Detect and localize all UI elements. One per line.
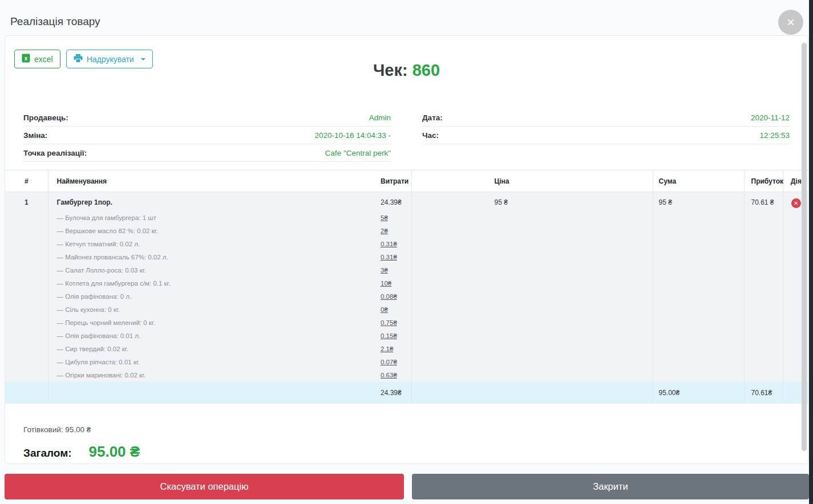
- ingredient-cost-cell: 0.75₴: [378, 316, 411, 330]
- modal-title: Реалізація товару: [10, 15, 100, 28]
- table-totals-row: 24.39₴ 95.00₴ 70.61₴: [5, 382, 808, 404]
- scrollbar-thumb[interactable]: [802, 43, 807, 451]
- ingredient-cost-cell: 0.08₴: [378, 290, 411, 303]
- ingredient-name: — Огірки мариновані: 0.02 кг.: [48, 369, 378, 382]
- totals-profit: 70.61₴: [744, 382, 783, 404]
- table-header-row: # Найменування Витрати Ціна Сума Прибуто…: [5, 170, 808, 192]
- close-icon: ×: [787, 14, 795, 30]
- info-label: Точка реалізації:: [23, 149, 87, 157]
- header-band: x excel Надрукувати Чек: 860: [5, 36, 808, 82]
- ingredient-name: — Вершкове масло 82 %: 0.02 кг.: [48, 225, 378, 238]
- excel-button-label: excel: [34, 55, 53, 64]
- ingredient-cost-cell: 0.15₴: [378, 330, 411, 343]
- ingredient-cost-cell: 3₴: [378, 264, 411, 277]
- page-background-edge: [809, 0, 813, 504]
- info-label: Продавець:: [23, 113, 68, 122]
- info-table-left: Продавець: Admin Зміна: 2020-10-16 14:04…: [23, 109, 391, 162]
- ingredient-cost-link[interactable]: 10₴: [381, 280, 391, 287]
- item-number: 1: [5, 192, 48, 382]
- check-label: Чек:: [373, 61, 408, 79]
- ingredient-cost-cell: 0₴: [378, 303, 411, 316]
- grand-total: Загалом: 95.00 ₴: [23, 443, 808, 461]
- ingredient-cost-cell: 10₴: [378, 277, 411, 290]
- ingredient-name: — Котлета для гамбургера с/м: 0.1 кг.: [48, 277, 378, 290]
- payment-method-line: Готівковий: 95.00 ₴: [23, 425, 808, 434]
- info-label: Зміна:: [23, 131, 47, 140]
- ingredient-name: — Олія рафінована: 0 л.: [48, 290, 378, 303]
- info-row: Час: 12:25:53: [422, 127, 790, 144]
- printer-icon: [74, 54, 83, 64]
- ingredient-cost-cell: 2₴: [378, 225, 411, 238]
- chevron-down-icon: [141, 58, 145, 60]
- ingredient-cost-cell: 0.31₴: [378, 251, 411, 264]
- column-header-profit: Прибуток: [744, 170, 783, 192]
- item-sum: 95 ₴: [653, 192, 744, 382]
- ingredient-cost-link[interactable]: 0.08₴: [381, 293, 397, 300]
- ingredient-cost-cell: 5₴: [378, 212, 411, 225]
- print-button-label: Надрукувати: [87, 55, 134, 64]
- totals-cost: 24.39₴: [378, 382, 411, 404]
- ingredient-name: — Сир твердий: 0.02 кг.: [48, 343, 378, 356]
- ingredient-name: — Булочка для гамбургера: 1 шт: [48, 212, 378, 225]
- check-number: 860: [412, 61, 440, 79]
- toolbar: x excel Надрукувати: [14, 50, 153, 68]
- ingredient-name: — Перець чорний мелений: 0 кг.: [48, 316, 378, 330]
- receipt-info: Продавець: Admin Зміна: 2020-10-16 14:04…: [23, 109, 790, 162]
- ingredient-name: — Кетчуп томатний: 0.02 л.: [48, 238, 378, 251]
- ingredient-cost-link[interactable]: 2.1₴: [381, 346, 393, 352]
- ingredient-cost-link[interactable]: 0.63₴: [381, 372, 397, 379]
- receipt-panel: x excel Надрукувати Чек: 860: [5, 35, 808, 464]
- ingredient-name: — Цибуля ріпчаста: 0.01 кг.: [48, 356, 378, 369]
- sale-items-table: # Найменування Витрати Ціна Сума Прибуто…: [5, 170, 808, 404]
- ingredient-cost-cell: 0.31₴: [378, 238, 411, 251]
- item-price: 95 ₴: [411, 192, 653, 382]
- ingredient-name: — Олія рафінована: 0.01 л.: [48, 330, 378, 343]
- print-button[interactable]: Надрукувати: [66, 50, 153, 68]
- totals-sum: 95.00₴: [653, 382, 744, 404]
- info-row: Зміна: 2020-10-16 14:04:33 -: [23, 127, 391, 144]
- modal-close-button[interactable]: ×: [778, 10, 803, 35]
- ingredient-cost-link[interactable]: 0.15₴: [381, 332, 397, 339]
- item-cost: 24.39₴: [378, 192, 411, 212]
- ingredient-cost-link[interactable]: 5₴: [381, 214, 388, 221]
- ingredient-cost-link[interactable]: 0.07₴: [381, 359, 397, 365]
- info-table-right: Дата: 2020-11-12 Час: 12:25:53: [422, 109, 790, 162]
- info-value: Admin: [369, 113, 391, 122]
- totals-empty-num: [5, 382, 48, 404]
- close-button[interactable]: Закрити: [412, 474, 809, 499]
- column-header-price: Ціна: [411, 170, 653, 192]
- excel-export-button[interactable]: x excel: [14, 50, 60, 68]
- grand-total-label: Загалом:: [23, 447, 72, 460]
- ingredient-cost-cell: 0.63₴: [378, 369, 411, 382]
- totals-empty-name: [48, 382, 378, 404]
- info-row: Продавець: Admin: [23, 109, 391, 127]
- grand-total-value: 95.00 ₴: [89, 443, 140, 461]
- column-header-name: Найменування: [48, 170, 378, 192]
- info-row: Дата: 2020-11-12: [422, 109, 790, 127]
- ingredient-cost-link[interactable]: 0.31₴: [381, 254, 397, 261]
- svg-text:x: x: [25, 55, 28, 62]
- ingredient-cost-cell: 2.1₴: [378, 343, 411, 356]
- info-row: Точка реалізації: Cafe "Central perk": [23, 144, 391, 162]
- column-header-number: #: [5, 170, 48, 192]
- ingredient-cost-link[interactable]: 0.75₴: [381, 319, 397, 326]
- column-header-cost: Витрати: [378, 170, 411, 192]
- info-value: 2020-10-16 14:04:33 -: [314, 131, 391, 140]
- excel-icon: x: [22, 54, 30, 64]
- ingredient-cost-cell: 0.07₴: [378, 356, 411, 369]
- ingredient-cost-link[interactable]: 3₴: [381, 267, 388, 274]
- ingredient-name: — Сіль кухонна: 0 кг.: [48, 303, 378, 316]
- column-header-sum: Сума: [653, 170, 744, 192]
- ingredient-cost-link[interactable]: 2₴: [381, 227, 388, 234]
- item-name: Гамбургер 1пор.: [48, 192, 378, 212]
- info-value: 12:25:53: [759, 131, 790, 140]
- item-block: 1 Гамбургер 1пор. 24.39₴ 95 ₴ 95 ₴ 70.61…: [5, 192, 808, 382]
- info-label: Дата:: [422, 113, 443, 122]
- info-value: 2020-11-12: [751, 113, 790, 122]
- delete-item-icon[interactable]: ✕: [791, 198, 801, 208]
- item-profit: 70.61 ₴: [744, 192, 783, 382]
- cancel-operation-button[interactable]: Скасувати операцію: [5, 474, 404, 499]
- ingredient-cost-link[interactable]: 0₴: [381, 306, 388, 313]
- ingredient-cost-link[interactable]: 0.31₴: [381, 241, 397, 247]
- info-label: Час:: [422, 131, 439, 140]
